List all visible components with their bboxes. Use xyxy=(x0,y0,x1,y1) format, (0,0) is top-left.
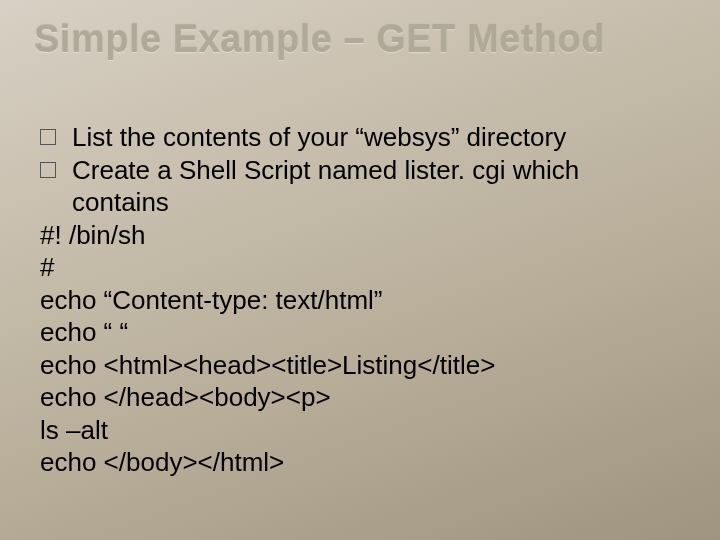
checkbox-icon xyxy=(40,129,56,145)
slide-content: List the contents of your “websys” direc… xyxy=(0,61,720,479)
bullet-item: List the contents of your “websys” direc… xyxy=(40,121,680,154)
code-line: echo “ “ xyxy=(40,316,680,349)
code-line: echo <html><head><title>Listing</title> xyxy=(40,349,680,382)
slide-title: Simple Example – GET Method xyxy=(0,0,720,61)
checkbox-icon xyxy=(40,162,56,178)
bullet-item: Create a Shell Script named lister. cgi … xyxy=(40,154,680,219)
code-line: ls –alt xyxy=(40,414,680,447)
code-line: echo </head><body><p> xyxy=(40,381,680,414)
code-line: echo “Content-type: text/html” xyxy=(40,284,680,317)
bullet-text: List the contents of your “websys” direc… xyxy=(72,121,680,154)
code-line: # xyxy=(40,251,680,284)
bullet-text: Create a Shell Script named lister. cgi … xyxy=(72,154,680,219)
code-line: echo </body></html> xyxy=(40,446,680,479)
code-line: #! /bin/sh xyxy=(40,219,680,252)
